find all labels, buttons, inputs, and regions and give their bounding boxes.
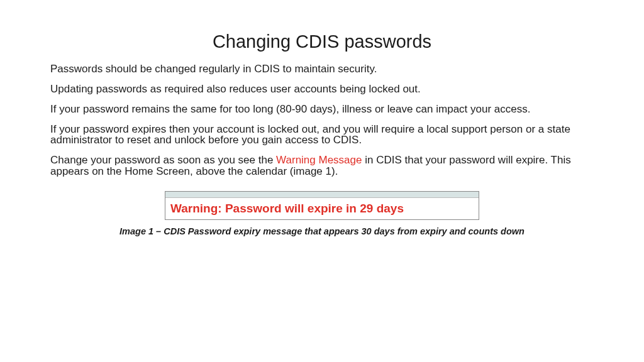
paragraph-update: Updating passwords as required also redu… [50, 84, 594, 95]
text-before-highlight: Change your password as soon as you see … [50, 154, 276, 166]
image-caption: Image 1 – CDIS Password expiry message t… [50, 226, 594, 236]
warning-box-message: Warning: Password will expire in 29 days [165, 198, 479, 219]
warning-message-highlight: Warning Message [276, 154, 362, 166]
warning-box-titlebar [165, 192, 479, 198]
paragraph-warning-instruction: Change your password as soon as you see … [50, 155, 594, 177]
password-warning-box: Warning: Password will expire in 29 days [165, 191, 479, 220]
paragraph-days: If your password remains the same for to… [50, 104, 594, 115]
paragraph-expiry: If your password expires then your accou… [50, 124, 594, 146]
warning-box-container: Warning: Password will expire in 29 days [50, 191, 594, 220]
paragraph-intro: Passwords should be changed regularly in… [50, 63, 594, 75]
page-title: Changing CDIS passwords [50, 31, 594, 52]
